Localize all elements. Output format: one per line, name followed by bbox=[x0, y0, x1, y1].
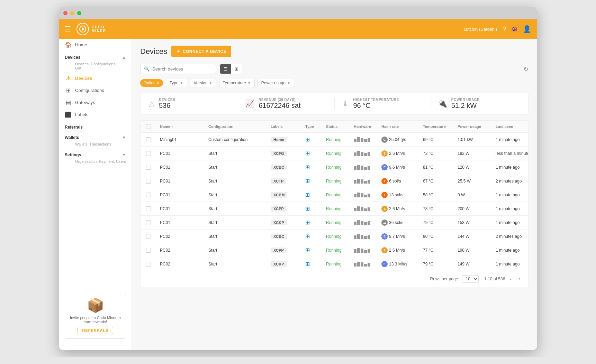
sidebar-group-wallets: Wallets ▼ bbox=[59, 131, 132, 141]
table-row: PC01 Start XCKP ⊞ Running ☁ 36 sol/s 79 … bbox=[141, 216, 528, 230]
stat-revenue: 📈 REVENUE (30 DAYS) 61672246 sat bbox=[238, 98, 327, 110]
table-header: Name ↑ Configuration Labels Type Status … bbox=[141, 121, 528, 133]
maximize-dot[interactable] bbox=[77, 11, 81, 15]
search-box: 🔍 bbox=[140, 64, 216, 74]
row-checkbox[interactable] bbox=[146, 220, 160, 225]
logo-icon bbox=[76, 23, 89, 35]
sidebar-settings-sub: Organisation, Payment, Users bbox=[59, 159, 132, 166]
row-checkbox[interactable] bbox=[146, 262, 160, 267]
row-status: Running bbox=[326, 206, 354, 211]
row-hashrate: E 9.7 Mh/s bbox=[381, 233, 423, 240]
referrals-button[interactable]: REFERRALS bbox=[78, 327, 113, 334]
table-row: PC02 Start XCPP ⊞ Running Z 2.6 Mh/s 77 … bbox=[141, 243, 528, 257]
referrals-banner-text: Invite people to Cudo Miner to earn rewa… bbox=[69, 316, 121, 324]
table-row: PC01 Start XCBC ⊞ Running E 9.6 Mh/s 81 … bbox=[141, 160, 528, 174]
row-label: XCBC bbox=[271, 234, 305, 239]
chevron-icon[interactable]: ▲ bbox=[122, 55, 126, 60]
help-icon[interactable]: ? bbox=[503, 26, 506, 33]
row-checkbox[interactable] bbox=[146, 165, 160, 170]
sidebar-item-devices[interactable]: ⚠ Devices bbox=[59, 72, 132, 84]
row-name: PC01 bbox=[160, 206, 208, 211]
sidebar-item-configurations[interactable]: ⊞ Configurations bbox=[59, 84, 132, 96]
row-type: ⊞ bbox=[305, 136, 326, 143]
next-page-button[interactable]: › bbox=[517, 275, 523, 283]
sidebar-item-labels[interactable]: ⬛ Labels bbox=[59, 109, 132, 121]
power-stat-icon: 🔌 bbox=[438, 99, 447, 108]
row-hardware bbox=[354, 248, 381, 253]
devices-stat-label: DEVICES bbox=[159, 98, 175, 102]
rows-per-page-select[interactable]: 10 25 50 bbox=[462, 275, 479, 283]
type-filter-dropdown[interactable]: Type ▼ bbox=[166, 79, 187, 87]
th-config: Configuration bbox=[208, 124, 271, 129]
user-icon[interactable]: 👤 bbox=[523, 25, 531, 33]
temperature-filter-label: Temperature bbox=[223, 81, 246, 85]
table-row: PC01 Start XCPP ⊞ Running Z 2.6 Mh/s 78 … bbox=[141, 202, 528, 216]
select-all-checkbox[interactable] bbox=[146, 124, 151, 129]
th-type: Type bbox=[305, 124, 326, 129]
temperature-stat-icon: 🌡 bbox=[342, 99, 349, 108]
power-filter-label: Power usage bbox=[261, 81, 286, 85]
prev-page-button[interactable]: ‹ bbox=[508, 275, 514, 283]
row-checkbox[interactable] bbox=[146, 179, 160, 184]
version-filter-label: Version bbox=[194, 81, 208, 85]
logo: CUDO MINER bbox=[76, 23, 106, 35]
table-body: Mining01 Custom configuration Home ⊞ Run… bbox=[141, 133, 528, 271]
close-dot[interactable] bbox=[63, 11, 67, 15]
wallets-chevron-icon[interactable]: ▼ bbox=[122, 135, 126, 140]
devices-label: Devices bbox=[75, 76, 92, 81]
row-checkbox[interactable] bbox=[146, 151, 160, 156]
search-input[interactable] bbox=[152, 66, 213, 72]
row-type: ⊞ bbox=[305, 192, 326, 198]
sidebar-item-gateways[interactable]: ▤ Gateways bbox=[59, 96, 132, 109]
row-hardware bbox=[354, 151, 381, 156]
online-filter-tag[interactable]: Online × bbox=[140, 79, 163, 87]
row-power: 149 W bbox=[458, 262, 496, 267]
th-name[interactable]: Name ↑ bbox=[160, 124, 208, 129]
online-tag-label: Online bbox=[144, 81, 156, 85]
grid-view-button[interactable]: ⊞ bbox=[231, 64, 242, 74]
row-hardware bbox=[354, 165, 381, 170]
connect-btn-label: CONNECT A DEVICE bbox=[183, 49, 226, 54]
sidebar: 🏠 Home Devices ▲ Devices, Configurations… bbox=[59, 39, 132, 350]
th-checkbox bbox=[146, 124, 160, 129]
row-power: 144 W bbox=[458, 234, 496, 239]
minimize-dot[interactable] bbox=[70, 11, 74, 15]
revenue-stat-icon: 📈 bbox=[245, 99, 254, 108]
row-power: 200 W bbox=[458, 206, 496, 211]
stats-row: △ DEVICES 536 📈 REVENUE (30 DAYS) 616722… bbox=[140, 93, 529, 115]
sidebar-group-devices: Devices ▲ bbox=[59, 51, 132, 61]
row-hashrate: X 6 sol/s bbox=[381, 178, 423, 184]
row-name: PC01 bbox=[160, 193, 208, 197]
labels-label: Labels bbox=[75, 112, 88, 117]
currency-label[interactable]: Bitcoin (Satoshi) bbox=[464, 27, 497, 32]
stat-devices: △ DEVICES 536 bbox=[149, 98, 231, 110]
row-checkbox[interactable] bbox=[146, 234, 160, 239]
settings-chevron-icon[interactable]: ▼ bbox=[122, 152, 126, 157]
connect-device-button[interactable]: ＋ CONNECT A DEVICE bbox=[171, 46, 231, 57]
online-tag-close[interactable]: × bbox=[157, 81, 160, 85]
list-view-button[interactable]: ☰ bbox=[220, 64, 231, 74]
row-checkbox[interactable] bbox=[146, 193, 160, 197]
power-filter-dropdown[interactable]: Power usage ▼ bbox=[258, 79, 294, 87]
row-type: ⊞ bbox=[305, 261, 326, 267]
row-hashrate: Z 2.6 Mh/s bbox=[381, 247, 423, 253]
top-bar-right: Bitcoin (Satoshi) ? 🇬🇧 👤 bbox=[464, 25, 531, 33]
row-temp: 69 °C bbox=[423, 137, 458, 142]
table-row: PC01 Start XCBM ⊞ Running X 13 sol/s 58 … bbox=[141, 188, 528, 202]
row-checkbox[interactable] bbox=[146, 206, 160, 211]
refresh-button[interactable]: ↻ bbox=[523, 65, 529, 73]
sidebar-item-home[interactable]: 🏠 Home bbox=[59, 39, 132, 51]
page-info: 1-10 of 536 bbox=[484, 277, 505, 281]
row-checkbox[interactable] bbox=[146, 137, 160, 142]
flag-icon[interactable]: 🇬🇧 bbox=[512, 27, 517, 32]
row-config: Start bbox=[208, 248, 271, 253]
row-temp: 77 °C bbox=[423, 248, 458, 253]
hamburger-icon[interactable]: ☰ bbox=[65, 25, 71, 33]
referrals-banner: 📦 Invite people to Cudo Miner to earn re… bbox=[65, 293, 126, 339]
row-status: Running bbox=[326, 193, 354, 197]
version-filter-dropdown[interactable]: Version ▼ bbox=[190, 79, 216, 87]
row-checkbox[interactable] bbox=[146, 248, 160, 253]
temperature-filter-dropdown[interactable]: Temperature ▼ bbox=[219, 79, 255, 87]
row-name: PC01 bbox=[160, 151, 208, 156]
row-label: XCTP bbox=[271, 179, 305, 184]
